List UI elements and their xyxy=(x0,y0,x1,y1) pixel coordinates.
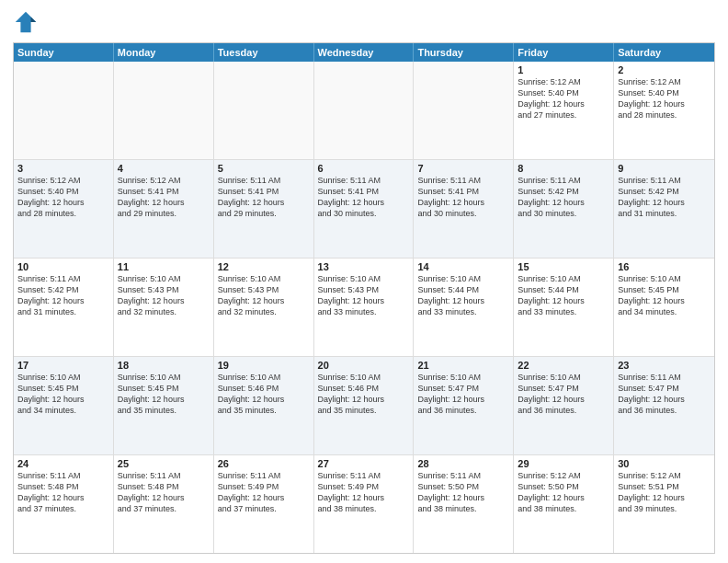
day-cell-7: 7Sunrise: 5:11 AM Sunset: 5:41 PM Daylig… xyxy=(414,160,514,258)
day-cell-28: 28Sunrise: 5:11 AM Sunset: 5:50 PM Dayli… xyxy=(414,455,514,553)
day-cell-4: 4Sunrise: 5:12 AM Sunset: 5:41 PM Daylig… xyxy=(114,160,214,258)
day-number: 6 xyxy=(318,163,410,174)
day-number: 27 xyxy=(318,458,410,469)
calendar: SundayMondayTuesdayWednesdayThursdayFrid… xyxy=(13,42,715,554)
day-info: Sunrise: 5:10 AM Sunset: 5:46 PM Dayligh… xyxy=(218,372,310,417)
calendar-row: 17Sunrise: 5:10 AM Sunset: 5:45 PM Dayli… xyxy=(14,356,714,454)
day-cell-17: 17Sunrise: 5:10 AM Sunset: 5:45 PM Dayli… xyxy=(14,357,114,454)
day-info: Sunrise: 5:11 AM Sunset: 5:48 PM Dayligh… xyxy=(118,470,210,515)
day-number: 16 xyxy=(618,261,711,272)
day-cell-18: 18Sunrise: 5:10 AM Sunset: 5:45 PM Dayli… xyxy=(114,357,214,454)
day-number: 5 xyxy=(218,163,310,174)
day-info: Sunrise: 5:11 AM Sunset: 5:41 PM Dayligh… xyxy=(318,175,410,220)
day-cell-29: 29Sunrise: 5:12 AM Sunset: 5:50 PM Dayli… xyxy=(514,455,614,553)
day-number: 19 xyxy=(218,360,310,371)
day-number: 3 xyxy=(17,163,109,174)
day-cell-6: 6Sunrise: 5:11 AM Sunset: 5:41 PM Daylig… xyxy=(314,160,415,258)
day-info: Sunrise: 5:10 AM Sunset: 5:45 PM Dayligh… xyxy=(618,273,711,318)
day-cell-20: 20Sunrise: 5:10 AM Sunset: 5:46 PM Dayli… xyxy=(314,357,415,454)
day-cell-22: 22Sunrise: 5:10 AM Sunset: 5:47 PM Dayli… xyxy=(514,357,614,454)
day-number: 18 xyxy=(118,360,210,371)
day-info: Sunrise: 5:11 AM Sunset: 5:49 PM Dayligh… xyxy=(318,470,410,515)
empty-cell xyxy=(214,62,314,159)
day-cell-12: 12Sunrise: 5:10 AM Sunset: 5:43 PM Dayli… xyxy=(214,259,314,356)
calendar-row: 24Sunrise: 5:11 AM Sunset: 5:48 PM Dayli… xyxy=(14,454,714,553)
calendar-body: 1Sunrise: 5:12 AM Sunset: 5:40 PM Daylig… xyxy=(14,62,714,553)
day-cell-21: 21Sunrise: 5:10 AM Sunset: 5:47 PM Dayli… xyxy=(414,357,514,454)
day-cell-13: 13Sunrise: 5:10 AM Sunset: 5:43 PM Dayli… xyxy=(314,259,415,356)
calendar-row: 1Sunrise: 5:12 AM Sunset: 5:40 PM Daylig… xyxy=(14,62,714,159)
day-number: 23 xyxy=(618,360,711,371)
day-number: 10 xyxy=(17,261,109,272)
day-number: 26 xyxy=(218,458,310,469)
day-cell-24: 24Sunrise: 5:11 AM Sunset: 5:48 PM Dayli… xyxy=(14,455,114,553)
logo-icon xyxy=(13,9,39,35)
day-info: Sunrise: 5:10 AM Sunset: 5:47 PM Dayligh… xyxy=(417,372,509,417)
day-info: Sunrise: 5:10 AM Sunset: 5:47 PM Dayligh… xyxy=(518,372,609,417)
day-cell-16: 16Sunrise: 5:10 AM Sunset: 5:45 PM Dayli… xyxy=(614,259,714,356)
day-number: 11 xyxy=(118,261,210,272)
page: SundayMondayTuesdayWednesdayThursdayFrid… xyxy=(0,0,728,563)
day-number: 1 xyxy=(518,64,609,75)
day-info: Sunrise: 5:10 AM Sunset: 5:43 PM Dayligh… xyxy=(118,273,210,318)
day-number: 30 xyxy=(618,458,711,469)
weekday-header-thursday: Thursday xyxy=(414,43,514,62)
day-number: 17 xyxy=(17,360,109,371)
day-info: Sunrise: 5:11 AM Sunset: 5:41 PM Dayligh… xyxy=(417,175,509,220)
day-info: Sunrise: 5:10 AM Sunset: 5:45 PM Dayligh… xyxy=(17,372,109,417)
day-info: Sunrise: 5:11 AM Sunset: 5:49 PM Dayligh… xyxy=(218,470,310,515)
day-info: Sunrise: 5:10 AM Sunset: 5:45 PM Dayligh… xyxy=(118,372,210,417)
day-cell-14: 14Sunrise: 5:10 AM Sunset: 5:44 PM Dayli… xyxy=(414,259,514,356)
day-number: 13 xyxy=(318,261,410,272)
day-info: Sunrise: 5:11 AM Sunset: 5:42 PM Dayligh… xyxy=(17,273,109,318)
day-cell-2: 2Sunrise: 5:12 AM Sunset: 5:40 PM Daylig… xyxy=(614,62,714,159)
day-number: 15 xyxy=(518,261,609,272)
day-number: 4 xyxy=(118,163,210,174)
calendar-row: 10Sunrise: 5:11 AM Sunset: 5:42 PM Dayli… xyxy=(14,258,714,356)
day-number: 12 xyxy=(218,261,310,272)
day-cell-1: 1Sunrise: 5:12 AM Sunset: 5:40 PM Daylig… xyxy=(514,62,614,159)
day-number: 28 xyxy=(417,458,509,469)
day-info: Sunrise: 5:11 AM Sunset: 5:41 PM Dayligh… xyxy=(218,175,310,220)
day-cell-27: 27Sunrise: 5:11 AM Sunset: 5:49 PM Dayli… xyxy=(314,455,415,553)
day-info: Sunrise: 5:12 AM Sunset: 5:50 PM Dayligh… xyxy=(518,470,609,515)
day-info: Sunrise: 5:11 AM Sunset: 5:47 PM Dayligh… xyxy=(618,372,711,417)
day-info: Sunrise: 5:12 AM Sunset: 5:51 PM Dayligh… xyxy=(618,470,711,515)
weekday-header-saturday: Saturday xyxy=(614,43,714,62)
day-cell-25: 25Sunrise: 5:11 AM Sunset: 5:48 PM Dayli… xyxy=(114,455,214,553)
empty-cell xyxy=(14,62,114,159)
day-info: Sunrise: 5:10 AM Sunset: 5:46 PM Dayligh… xyxy=(318,372,410,417)
day-info: Sunrise: 5:10 AM Sunset: 5:44 PM Dayligh… xyxy=(417,273,509,318)
day-cell-30: 30Sunrise: 5:12 AM Sunset: 5:51 PM Dayli… xyxy=(614,455,714,553)
weekday-header-monday: Monday xyxy=(114,43,214,62)
day-number: 9 xyxy=(618,163,711,174)
calendar-row: 3Sunrise: 5:12 AM Sunset: 5:40 PM Daylig… xyxy=(14,159,714,258)
day-info: Sunrise: 5:12 AM Sunset: 5:40 PM Dayligh… xyxy=(618,76,711,121)
header xyxy=(13,9,715,35)
logo xyxy=(13,9,42,35)
day-cell-3: 3Sunrise: 5:12 AM Sunset: 5:40 PM Daylig… xyxy=(14,160,114,258)
day-cell-10: 10Sunrise: 5:11 AM Sunset: 5:42 PM Dayli… xyxy=(14,259,114,356)
day-cell-11: 11Sunrise: 5:10 AM Sunset: 5:43 PM Dayli… xyxy=(114,259,214,356)
day-info: Sunrise: 5:12 AM Sunset: 5:40 PM Dayligh… xyxy=(518,76,609,121)
day-number: 7 xyxy=(417,163,509,174)
day-number: 25 xyxy=(118,458,210,469)
empty-cell xyxy=(414,62,514,159)
day-number: 29 xyxy=(518,458,609,469)
weekday-header-wednesday: Wednesday xyxy=(314,43,415,62)
day-cell-23: 23Sunrise: 5:11 AM Sunset: 5:47 PM Dayli… xyxy=(614,357,714,454)
empty-cell xyxy=(314,62,415,159)
day-number: 2 xyxy=(618,64,711,75)
day-cell-19: 19Sunrise: 5:10 AM Sunset: 5:46 PM Dayli… xyxy=(214,357,314,454)
day-info: Sunrise: 5:11 AM Sunset: 5:42 PM Dayligh… xyxy=(618,175,711,220)
day-info: Sunrise: 5:11 AM Sunset: 5:48 PM Dayligh… xyxy=(17,470,109,515)
day-cell-26: 26Sunrise: 5:11 AM Sunset: 5:49 PM Dayli… xyxy=(214,455,314,553)
day-number: 14 xyxy=(417,261,509,272)
day-info: Sunrise: 5:10 AM Sunset: 5:43 PM Dayligh… xyxy=(218,273,310,318)
day-cell-15: 15Sunrise: 5:10 AM Sunset: 5:44 PM Dayli… xyxy=(514,259,614,356)
weekday-header-tuesday: Tuesday xyxy=(214,43,314,62)
empty-cell xyxy=(114,62,214,159)
day-number: 24 xyxy=(17,458,109,469)
day-number: 21 xyxy=(417,360,509,371)
day-info: Sunrise: 5:11 AM Sunset: 5:42 PM Dayligh… xyxy=(518,175,609,220)
